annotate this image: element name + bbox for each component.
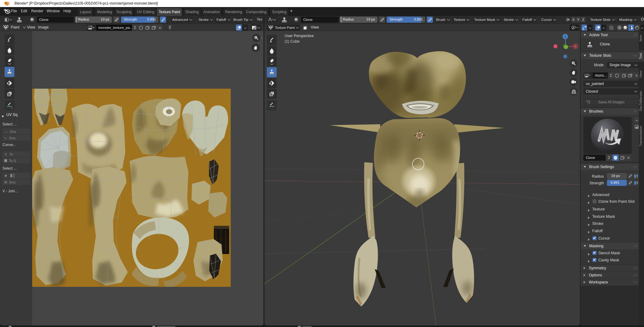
svg-text:X: X xyxy=(574,45,577,48)
svg-text:Z: Z xyxy=(564,35,566,38)
